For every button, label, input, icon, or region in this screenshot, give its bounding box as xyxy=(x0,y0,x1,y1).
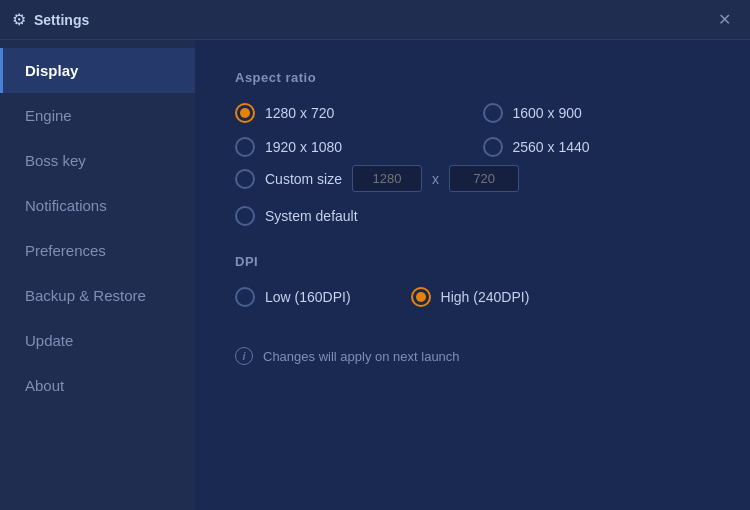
custom-size-label: Custom size xyxy=(265,171,342,187)
radio-circle-low-dpi xyxy=(235,287,255,307)
sidebar-item-preferences[interactable]: Preferences xyxy=(0,228,195,273)
radio-high-dpi[interactable]: High (240DPI) xyxy=(411,287,530,307)
radio-label-2560x1440: 2560 x 1440 xyxy=(513,139,590,155)
sidebar-item-engine[interactable]: Engine xyxy=(0,93,195,138)
custom-x-separator: x xyxy=(432,171,439,187)
radio-label-low-dpi: Low (160DPI) xyxy=(265,289,351,305)
sidebar-item-bosskey[interactable]: Boss key xyxy=(0,138,195,183)
radio-1920x1080[interactable]: 1920 x 1080 xyxy=(235,137,463,157)
radio-label-1920x1080: 1920 x 1080 xyxy=(265,139,342,155)
gear-icon: ⚙ xyxy=(12,10,26,29)
sidebar: Display Engine Boss key Notifications Pr… xyxy=(0,40,195,510)
dpi-section: DPI Low (160DPI) High (240DPI) xyxy=(235,254,710,307)
sidebar-item-about[interactable]: About xyxy=(0,363,195,408)
radio-circle-high-dpi xyxy=(411,287,431,307)
radio-2560x1440[interactable]: 2560 x 1440 xyxy=(483,137,711,157)
sidebar-item-display[interactable]: Display xyxy=(0,48,195,93)
radio-circle-1280x720 xyxy=(235,103,255,123)
system-default-row[interactable]: System default xyxy=(235,206,710,226)
radio-circle-1600x900 xyxy=(483,103,503,123)
radio-label-high-dpi: High (240DPI) xyxy=(441,289,530,305)
custom-width-input[interactable] xyxy=(352,165,422,192)
radio-circle-2560x1440 xyxy=(483,137,503,157)
custom-height-input[interactable] xyxy=(449,165,519,192)
close-button[interactable]: ✕ xyxy=(710,6,738,34)
radio-1600x900[interactable]: 1600 x 900 xyxy=(483,103,711,123)
radio-circle-system-default xyxy=(235,206,255,226)
aspect-ratio-grid: 1280 x 720 1600 x 900 1920 x 1080 2560 x… xyxy=(235,103,710,157)
dpi-grid: Low (160DPI) High (240DPI) xyxy=(235,287,710,307)
title-bar: ⚙ Settings ✕ xyxy=(0,0,750,40)
radio-low-dpi[interactable]: Low (160DPI) xyxy=(235,287,351,307)
info-notice-text: Changes will apply on next launch xyxy=(263,349,460,364)
info-icon: i xyxy=(235,347,253,365)
window-title: Settings xyxy=(34,12,89,28)
info-notice: i Changes will apply on next launch xyxy=(235,347,710,365)
radio-circle-custom[interactable] xyxy=(235,169,255,189)
custom-size-row: Custom size x xyxy=(235,165,710,192)
aspect-ratio-title: Aspect ratio xyxy=(235,70,710,85)
title-bar-left: ⚙ Settings xyxy=(12,10,89,29)
main-layout: Display Engine Boss key Notifications Pr… xyxy=(0,40,750,510)
radio-label-1280x720: 1280 x 720 xyxy=(265,105,334,121)
radio-label-1600x900: 1600 x 900 xyxy=(513,105,582,121)
content-area: Aspect ratio 1280 x 720 1600 x 900 1920 … xyxy=(195,40,750,510)
sidebar-item-backup[interactable]: Backup & Restore xyxy=(0,273,195,318)
dpi-title: DPI xyxy=(235,254,710,269)
system-default-label: System default xyxy=(265,208,358,224)
sidebar-item-update[interactable]: Update xyxy=(0,318,195,363)
radio-circle-1920x1080 xyxy=(235,137,255,157)
sidebar-item-notifications[interactable]: Notifications xyxy=(0,183,195,228)
radio-1280x720[interactable]: 1280 x 720 xyxy=(235,103,463,123)
